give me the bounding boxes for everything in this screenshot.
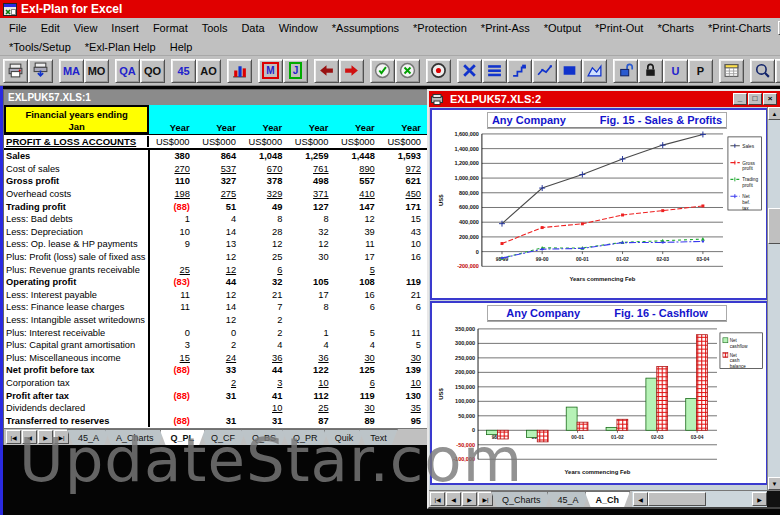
menu-item-protection[interactable]: *Protection [406, 21, 474, 35]
cancel-button[interactable] [395, 59, 420, 83]
cell-value[interactable]: 89 [335, 416, 381, 426]
cell-value[interactable]: 498 [288, 176, 334, 186]
menu-item-format[interactable]: Format [146, 21, 195, 35]
annual-output-button[interactable]: AO [196, 59, 221, 83]
cell-value[interactable]: 125 [335, 365, 381, 375]
row-label[interactable]: Less: Op. lease & HP payments [4, 238, 150, 251]
cell-value[interactable]: 30 [335, 403, 381, 413]
cell-value[interactable]: 32 [242, 277, 288, 287]
cell-value[interactable]: 0 [150, 328, 196, 338]
tab-scroll-prev-button[interactable]: ◀ [22, 430, 37, 444]
row-label[interactable]: Dividends declared [4, 402, 150, 415]
menu-item-view[interactable]: View [67, 21, 105, 35]
worksheet-window-titlebar[interactable]: EXLPUK57.XLS:1 [4, 90, 427, 105]
cell-value[interactable]: 13 [196, 239, 242, 249]
cell-value[interactable]: 30 [381, 353, 427, 363]
cell-value[interactable]: 122 [288, 365, 334, 375]
cell-value[interactable]: 39 [335, 227, 381, 237]
cell-value[interactable]: 761 [288, 164, 334, 174]
print-button[interactable] [28, 59, 53, 83]
scroll-up-button[interactable]: ▲ [768, 107, 780, 120]
cell-value[interactable]: 16 [381, 252, 427, 262]
cell-value[interactable]: 3 [150, 340, 196, 350]
cell-value[interactable]: 43 [381, 227, 427, 237]
cell-value[interactable]: 31 [242, 416, 288, 426]
charts-window-minimize-button[interactable]: _ [733, 93, 747, 105]
zoom-in-button[interactable] [775, 59, 780, 83]
cell-value[interactable]: 380 [150, 151, 196, 161]
unprotect-button[interactable] [613, 59, 638, 83]
cell-value[interactable]: 5 [381, 340, 427, 350]
cell-value[interactable]: 8 [242, 214, 288, 224]
cell-value[interactable]: 108 [335, 277, 381, 287]
cell-value[interactable]: 105 [288, 277, 334, 287]
gridlines-button[interactable] [482, 59, 507, 83]
cell-value[interactable]: 9 [150, 239, 196, 249]
section-title[interactable]: PROFIT & LOSS ACCOUNTS [4, 136, 149, 147]
cell-value[interactable]: 41 [242, 391, 288, 401]
cell-value[interactable]: 1 [150, 214, 196, 224]
cell-value[interactable]: 12 [196, 265, 242, 275]
cell-value[interactable]: 51 [196, 202, 242, 212]
year-column-header[interactable]: Year [149, 105, 195, 134]
row-label[interactable]: Corporation tax [4, 377, 150, 390]
row-label[interactable]: Plus: Profit (loss) sale of fixed ass [4, 251, 150, 264]
sheet-tab-45-a[interactable]: 45_A [547, 491, 590, 507]
unprotect-all-button[interactable]: U [663, 59, 688, 83]
cell-value[interactable]: 31 [196, 416, 242, 426]
sales-profits-chart-panel[interactable]: Any Company Fig. 15 - Sales & Profits -2… [430, 108, 767, 300]
cell-value[interactable]: 7 [242, 302, 288, 312]
quarterly-output-button[interactable]: QO [140, 59, 165, 83]
cell-value[interactable]: 8 [288, 302, 334, 312]
menu-item-print-ass[interactable]: *Print-Ass [474, 21, 537, 35]
cell-value[interactable]: 621 [381, 176, 427, 186]
charts-window-titlebar[interactable]: EXLPUK57.XLS:2 _□× [429, 91, 780, 107]
cell-value[interactable]: 16 [335, 290, 381, 300]
tab-scroll-last-button[interactable]: ▶| [478, 492, 493, 506]
monthly-assumptions-button[interactable]: MA [59, 59, 84, 83]
clear-chart-button[interactable] [457, 59, 482, 83]
cell-value[interactable]: 31 [196, 391, 242, 401]
step-chart-button[interactable] [507, 59, 532, 83]
cell-value[interactable]: 410 [335, 189, 381, 199]
cell-value[interactable]: 4 [242, 340, 288, 350]
cell-value[interactable]: 10 [242, 403, 288, 413]
cell-value[interactable]: 15 [381, 214, 427, 224]
quarterly-assumptions-button[interactable]: QA [115, 59, 140, 83]
row-label[interactable]: Plus: Capital grant amortisation [4, 339, 150, 352]
cell-value[interactable]: 329 [242, 189, 288, 199]
cashflow-chart-panel[interactable]: Any Company Fig. 16 - Cashflow -100,000-… [430, 301, 767, 485]
cell-value[interactable]: 49 [242, 202, 288, 212]
cell-value[interactable]: 4 [288, 340, 334, 350]
cell-value[interactable]: 10 [288, 378, 334, 388]
cell-value[interactable]: 112 [288, 391, 334, 401]
cell-value[interactable]: 6 [335, 302, 381, 312]
cell-value[interactable]: 21 [242, 290, 288, 300]
sheet-tab-q-pr[interactable]: Q_PR [282, 429, 329, 445]
year-column-header[interactable]: Year [334, 105, 380, 134]
protect-button[interactable] [638, 59, 663, 83]
charts-window-close-button[interactable]: × [763, 93, 777, 105]
cell-value[interactable]: (88) [150, 202, 196, 212]
tab-scroll-last-button[interactable]: ▶| [54, 430, 69, 444]
cell-value[interactable]: 35 [381, 403, 427, 413]
cell-value[interactable]: 127 [288, 202, 334, 212]
row-label[interactable]: Less: Bad debts [4, 213, 150, 226]
cell-value[interactable]: 2 [242, 328, 288, 338]
charts-window-maximize-button[interactable]: □ [748, 93, 762, 105]
cell-value[interactable]: 12 [196, 252, 242, 262]
cell-value[interactable]: 12 [288, 239, 334, 249]
jump-button[interactable]: J [283, 59, 308, 83]
hscroll-thumb[interactable] [648, 492, 706, 506]
cell-value[interactable]: 450 [381, 189, 427, 199]
menu-item-output[interactable]: *Output [537, 21, 588, 35]
row-label[interactable]: Overhead costs [4, 188, 150, 201]
tab-scroll-next-button[interactable]: ▶ [462, 492, 477, 506]
year-column-header[interactable]: Year [242, 105, 288, 134]
row-label[interactable]: Cost of sales [4, 163, 150, 176]
cell-value[interactable]: 4 [196, 214, 242, 224]
menu-item-file[interactable]: File [2, 21, 34, 35]
cell-value[interactable]: 1,048 [242, 151, 288, 161]
cell-value[interactable]: 17 [288, 290, 334, 300]
cell-value[interactable]: 10 [381, 378, 427, 388]
